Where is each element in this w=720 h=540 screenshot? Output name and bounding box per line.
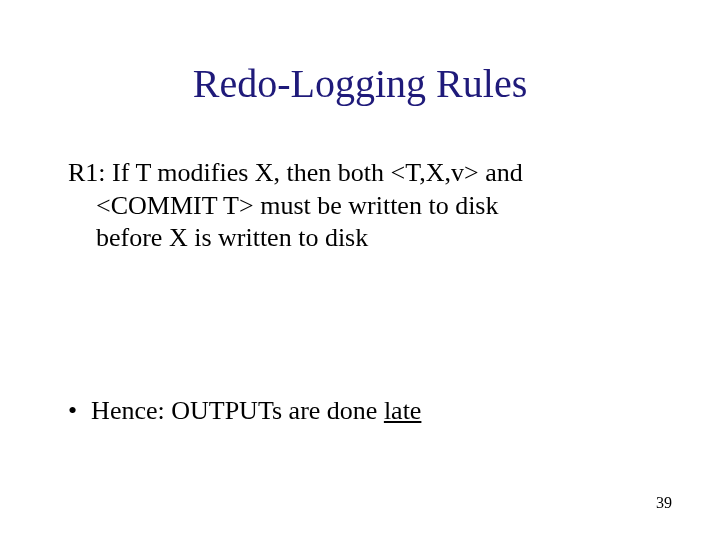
rule-line-2: <COMMIT T> must be written to disk [96, 191, 498, 220]
slide: Redo-Logging Rules R1: If T modifies X, … [0, 0, 720, 540]
page-number: 39 [656, 494, 672, 512]
slide-title: Redo-Logging Rules [60, 60, 660, 107]
rule-paragraph: R1: If T modifies X, then both <T,X,v> a… [68, 157, 660, 255]
bullet-prefix: Hence: OUTPUTs are done [91, 396, 384, 425]
rule-line-3: before X is written to disk [96, 223, 368, 252]
bullet-text: Hence: OUTPUTs are done late [91, 395, 421, 428]
bullet-dot-icon: • [68, 395, 77, 428]
bullet-emph: late [384, 396, 422, 425]
body: R1: If T modifies X, then both <T,X,v> a… [60, 157, 660, 427]
bullet-item: • Hence: OUTPUTs are done late [68, 395, 660, 428]
rule-line-1: R1: If T modifies X, then both <T,X,v> a… [68, 158, 523, 187]
